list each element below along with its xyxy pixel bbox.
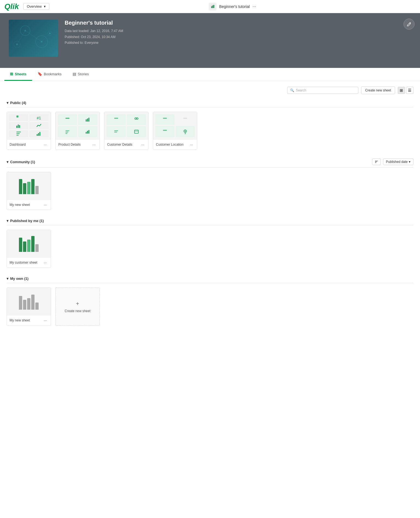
my-new-sheet-comm-footer: My new sheet ···	[7, 200, 51, 210]
app-thumbnail	[9, 20, 58, 57]
search-icon: 🔍	[290, 88, 294, 92]
community-section-header: ▾ Community (1) Published date ▾	[7, 156, 413, 168]
sheet-card-my-customer-sheet[interactable]: My customer sheet ···	[7, 230, 51, 268]
chevron-down-icon: ▾	[7, 277, 8, 281]
svg-rect-28	[87, 119, 88, 122]
sort-button[interactable]	[372, 159, 381, 165]
bar-2	[23, 241, 26, 252]
grid-view-button[interactable]: ⊞	[398, 87, 405, 94]
my-new-sheet-comm-thumb	[7, 172, 51, 200]
published-sheets-grid: My customer sheet ···	[7, 230, 413, 268]
sheet-card-my-new-sheet-comm[interactable]: My new sheet ···	[7, 172, 51, 210]
customer-location-more-icon[interactable]: ···	[189, 142, 194, 147]
sheet-card-customer-details[interactable]: Customer Details ···	[104, 112, 148, 150]
svg-rect-18	[18, 125, 19, 128]
community-label: Community (1)	[10, 160, 35, 164]
product-details-footer: Product Details ···	[56, 139, 99, 149]
my-new-sheet-comm-more-icon[interactable]: ···	[42, 202, 48, 208]
svg-point-37	[135, 118, 136, 119]
my-own-title[interactable]: ▾ My own (1)	[7, 277, 28, 281]
dash-icon-5	[9, 130, 28, 137]
chevron-down-icon: ▾	[409, 160, 410, 164]
dash-icon-2: #1	[29, 114, 48, 121]
hero-published: Published: Oct 23, 2024, 10:34 AM	[65, 34, 123, 40]
customer-details-more-icon[interactable]: ···	[140, 142, 145, 147]
list-view-button[interactable]: ☰	[406, 87, 413, 94]
my-customer-sheet-more-icon[interactable]: ···	[42, 260, 48, 265]
svg-point-38	[136, 118, 138, 119]
more-icon[interactable]: ···	[253, 4, 256, 9]
cust-icon-1	[107, 114, 126, 125]
search-box[interactable]: 🔍 Search	[287, 87, 358, 94]
create-new-sheet-card[interactable]: + Create new sheet	[55, 287, 100, 326]
svg-rect-44	[183, 118, 187, 119]
dashboard-thumb: #1	[7, 112, 51, 139]
community-section-title[interactable]: ▾ Community (1)	[7, 160, 35, 164]
cust-icon-4	[127, 126, 146, 137]
svg-rect-22	[16, 135, 19, 136]
svg-rect-1	[211, 6, 212, 8]
community-sheets-grid: My new sheet ···	[7, 172, 413, 210]
bookmarks-icon: 🔖	[38, 72, 42, 76]
loc-icon-2	[176, 114, 195, 125]
published-by-me-label: Published by me (1)	[10, 219, 44, 223]
qlik-logo: Qlik	[4, 2, 19, 11]
sheet-card-customer-location[interactable]: Customer Location ···	[153, 112, 197, 150]
bar-chart-published	[16, 235, 41, 252]
product-details-label: Product Details	[58, 143, 81, 146]
edit-button[interactable]	[404, 19, 415, 30]
sort-dropdown[interactable]: Published date ▾	[383, 159, 413, 165]
app-title: Beginner's tutorial	[219, 4, 250, 9]
public-section: ▾ Public (4) #1	[7, 99, 413, 150]
customer-details-thumb	[104, 112, 148, 139]
svg-text:#1: #1	[37, 116, 41, 120]
svg-rect-36	[114, 118, 118, 119]
bar-1	[19, 296, 22, 310]
overview-label: Overview	[27, 4, 42, 8]
sheet-card-dashboard[interactable]: #1	[7, 112, 51, 150]
bar-4	[31, 236, 35, 252]
customer-details-footer: Customer Details ···	[104, 139, 148, 149]
tab-sheets[interactable]: ⊞ Sheets	[4, 68, 32, 81]
svg-rect-40	[114, 132, 117, 133]
chevron-down-icon: ▾	[7, 219, 8, 223]
dashboard-label: Dashboard	[10, 143, 26, 146]
svg-rect-17	[16, 126, 17, 128]
my-own-label: My own (1)	[10, 277, 28, 281]
loc-icon-4	[176, 126, 195, 137]
svg-rect-2	[212, 5, 213, 8]
tab-stories[interactable]: ▤ Stories	[67, 68, 94, 81]
sort-label: Published date	[386, 160, 408, 164]
customer-details-label: Customer Details	[107, 143, 132, 146]
community-sort-controls: Published date ▾	[372, 159, 413, 165]
chevron-down-icon: ▾	[7, 160, 8, 164]
create-sheet-button[interactable]: Create new sheet	[361, 87, 395, 94]
bar-3	[27, 240, 30, 252]
app-title-area: Beginner's tutorial ···	[49, 3, 416, 10]
product-more-icon[interactable]: ···	[91, 142, 97, 147]
svg-rect-33	[86, 132, 87, 134]
customer-location-footer: Customer Location ···	[153, 139, 197, 149]
published-by-me-title[interactable]: ▾ Published by me (1)	[7, 219, 44, 223]
svg-rect-3	[213, 5, 214, 8]
my-own-section: ▾ My own (1) My new sheet ···	[7, 274, 413, 326]
overview-dropdown[interactable]: Overview ▾	[23, 3, 49, 10]
published-by-me-section: ▾ Published by me (1) My customer sheet	[7, 217, 413, 268]
my-new-sheet-own-label: My new sheet	[10, 318, 30, 322]
dash-icon-4	[29, 122, 48, 129]
public-section-header: ▾ Public (4)	[7, 99, 413, 107]
svg-line-9	[42, 33, 50, 42]
sheet-card-product-details[interactable]: Product Details ···	[55, 112, 100, 150]
svg-rect-30	[65, 130, 69, 131]
dashboard-more-icon[interactable]: ···	[42, 142, 48, 147]
my-new-sheet-own-more-icon[interactable]: ···	[42, 318, 48, 323]
public-section-title[interactable]: ▾ Public (4)	[7, 101, 26, 105]
tab-bookmarks[interactable]: 🔖 Bookmarks	[32, 68, 67, 81]
bar-1	[19, 238, 22, 252]
bar-2	[23, 183, 26, 194]
hero-section: Beginner's tutorial Data last loaded: Ja…	[0, 13, 420, 68]
svg-point-12	[41, 41, 42, 42]
bar-4	[31, 295, 35, 310]
view-toggle: ⊞ ☰	[398, 87, 413, 94]
sheet-card-my-new-sheet-own[interactable]: My new sheet ···	[7, 287, 51, 326]
